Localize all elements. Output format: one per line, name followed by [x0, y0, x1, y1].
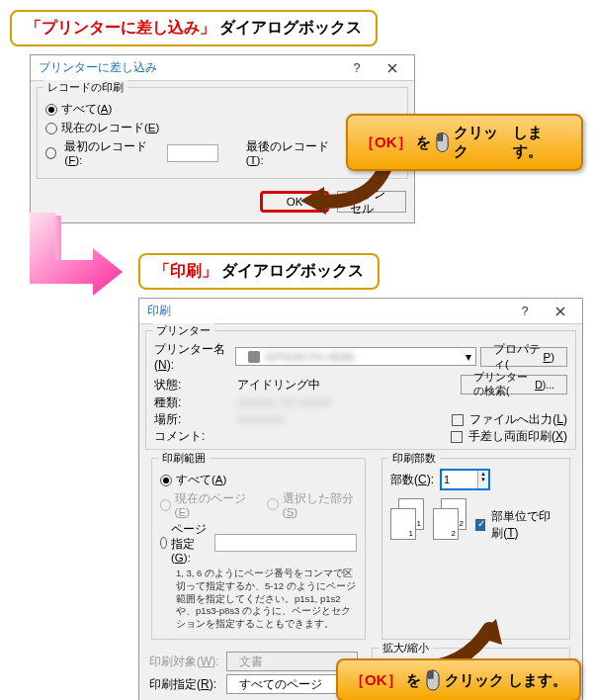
radio-icon	[160, 537, 167, 549]
print-what-label: 印刷対象(W):	[149, 654, 220, 670]
mouse-icon	[435, 131, 450, 154]
where-value: XXXXXX	[237, 413, 446, 427]
badge1-quoted: 「プリンターに差し込み」	[26, 19, 215, 36]
titlebar-2: 印刷 ?	[139, 299, 582, 324]
badge2-rest: ダイアログボックス	[221, 262, 364, 279]
group-printer-legend: プリンター	[152, 323, 214, 338]
radio-icon	[45, 147, 56, 159]
chevron-down-icon: ▾	[466, 350, 471, 364]
close-button[interactable]	[375, 57, 410, 79]
checkbox-icon	[452, 414, 464, 426]
checkbox-icon: ✓	[475, 519, 485, 531]
status-label: 状態:	[154, 377, 231, 394]
first-record-input[interactable]	[167, 144, 218, 162]
copies-spinner[interactable]: ▲▼	[440, 469, 490, 490]
callout-click-ok-1: ［OK］ を クリック します。	[346, 114, 583, 171]
dialog2-title: 印刷	[143, 303, 507, 319]
help-button[interactable]: ?	[339, 57, 375, 79]
group-legend-1: レコードの印刷	[43, 80, 127, 95]
section-print: 「印刷」 ダイアログボックス 印刷 ? プリンター プリンター名(N): EPS…	[10, 253, 583, 700]
radio-icon	[45, 123, 57, 134]
section-merge-to-printer: 「プリンターに差し込み」 ダイアログボックス プリンターに差し込み ? レコード…	[10, 10, 583, 223]
status-value: アイドリング中	[237, 377, 455, 394]
comment-label: コメント:	[154, 428, 231, 445]
callout-wo: を	[416, 133, 431, 152]
radio-icon	[160, 475, 172, 486]
title-badge-2: 「印刷」 ダイアログボックス	[138, 253, 380, 290]
titlebar-1: プリンターに差し込み ?	[31, 55, 414, 81]
to-file-check[interactable]: ファイルへ出力(L)	[452, 411, 567, 428]
title-badge-1: 「プリンターに差し込み」 ダイアログボックス	[10, 10, 378, 46]
group-range: 印刷範囲 すべて(A) 現在のページ(E) 選択した部分(S) ページ指定(G)…	[151, 458, 366, 640]
type-label: 種類:	[154, 394, 231, 411]
badge1-rest: ダイアログボックス	[219, 19, 362, 36]
range-pages[interactable]: ページ指定(G):	[160, 522, 357, 564]
svg-rect-1	[436, 133, 442, 142]
radio-current-label: 現在のレコード(E)	[61, 121, 159, 135]
type-value: XXXXX XX-XXXX	[237, 396, 567, 410]
radio-all[interactable]: すべて(A)	[45, 102, 399, 117]
radio-icon	[160, 499, 171, 511]
dialog1-title: プリンターに差し込み	[35, 59, 339, 76]
range-hint: 1, 3, 6 のようにページ番号をコンマで区切って指定するか、5-12 のよう…	[176, 568, 357, 631]
printer-name-label: プリンター名(N):	[154, 341, 231, 372]
group-range-legend: 印刷範囲	[158, 451, 210, 466]
copies-label: 部数(C):	[390, 472, 434, 488]
properties-button[interactable]: プロパティ(P)	[480, 347, 567, 367]
close-button[interactable]	[543, 301, 578, 322]
callout-wo: を	[406, 671, 421, 690]
range-selection: 選択した部分(S)	[283, 491, 357, 518]
flow-arrow-icon	[16, 213, 125, 302]
svg-rect-4	[427, 670, 433, 679]
where-label: 場所:	[154, 411, 231, 428]
group-printer: プリンター プリンター名(N): EPSON PX-404A ▾ プロパティ(P…	[145, 330, 576, 450]
collate-check[interactable]: ✓部単位で印刷(T)	[475, 508, 561, 542]
mouse-icon	[425, 668, 441, 692]
manual-duplex-check[interactable]: 手差し両面印刷(X)	[451, 428, 567, 445]
checkbox-icon	[451, 431, 463, 443]
range-current: 現在のページ(E)	[175, 491, 249, 518]
badge2-quoted: 「印刷」	[154, 262, 217, 279]
collate-preview-icon: 2 2	[433, 498, 466, 542]
callout-shimasu: します。	[508, 671, 567, 690]
radio-first-label: 最初のレコード(F):	[64, 139, 158, 166]
copies-input[interactable]	[442, 471, 477, 488]
find-printer-button[interactable]: プリンターの検索(D)...	[461, 375, 567, 394]
radio-icon	[267, 498, 279, 510]
help-button[interactable]: ?	[507, 301, 543, 322]
callout-click: クリック	[454, 124, 510, 161]
dialog-print: 印刷 ? プリンター プリンター名(N): EPSON PX-404A ▾ プロ…	[138, 298, 583, 700]
print-which-label: 印刷指定(R):	[149, 676, 220, 693]
radio-all-label: すべて(A)	[61, 102, 112, 117]
callout-click-ok-2: ［OK］ を クリック します。	[336, 658, 581, 700]
group-copies: 印刷部数 部数(C): ▲▼ 1 1 2 2 ✓部	[381, 458, 570, 640]
group-copies-legend: 印刷部数	[388, 451, 440, 466]
collate-preview-icon: 1 1	[390, 498, 423, 542]
printer-name-value: EPSON PX-404A	[266, 351, 354, 363]
callout-ok: ［OK］	[350, 671, 402, 690]
callout-ok: ［OK］	[360, 133, 412, 152]
callout-shimasu: します。	[513, 124, 569, 161]
printer-name-dropdown[interactable]: EPSON PX-404A ▾	[235, 347, 476, 366]
pages-input[interactable]	[214, 534, 357, 552]
printer-icon	[248, 351, 260, 363]
range-all[interactable]: すべて(A)	[160, 473, 357, 487]
callout-click: クリック	[445, 671, 504, 690]
spin-down-icon[interactable]: ▼	[478, 477, 488, 482]
radio-icon	[45, 104, 57, 116]
